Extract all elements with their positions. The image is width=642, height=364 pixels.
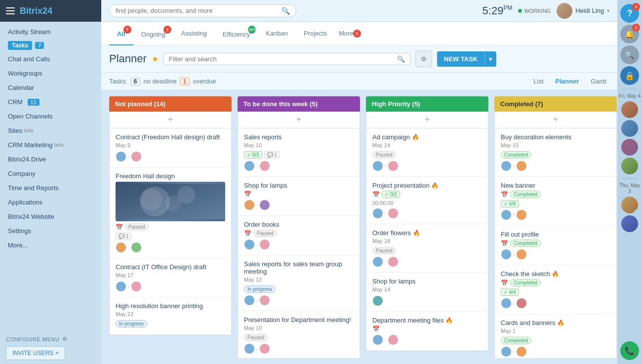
new-task-dropdown-button[interactable]: ▾: [484, 51, 496, 67]
table-row[interactable]: Sales reports May 10 ✓ 0/3 💬 1 ›: [238, 128, 360, 177]
configure-menu[interactable]: CONFIGURE MENU ⚙: [6, 336, 95, 342]
sidebar-footer: CONFIGURE MENU ⚙ INVITE USERS +: [0, 332, 101, 364]
card-date: May 22: [116, 311, 225, 317]
card-title: Freedom Hall design: [116, 172, 225, 180]
sidebar-item-sites[interactable]: Sites beta: [0, 123, 101, 138]
phone-button[interactable]: 📞: [620, 341, 639, 360]
sidebar-item-company[interactable]: Company: [0, 166, 101, 181]
table-row[interactable]: Ad campaign 🔥 May 14 Paused ›: [366, 128, 488, 177]
tab-ongoing[interactable]: Ongoing 2: [133, 22, 173, 45]
card-meta-msg: 💬 1: [116, 233, 225, 240]
search-button[interactable]: 🔍: [620, 45, 639, 64]
search-icon: 🔍: [281, 7, 290, 15]
table-row[interactable]: Contract (IT Office Design) draft May 17…: [110, 258, 231, 297]
contact-avatar-6[interactable]: [621, 215, 638, 232]
card-meta: Paused: [244, 334, 354, 341]
status-badge: Completed: [501, 337, 531, 344]
tasks-label[interactable]: Tasks: [8, 41, 32, 50]
sidebar-item-bitrix-website[interactable]: Bitrix24 Website: [0, 209, 101, 224]
contact-avatar-2[interactable]: [621, 120, 638, 137]
lock-button[interactable]: 🔒: [620, 66, 639, 85]
avatar: [501, 209, 512, 220]
hamburger-menu[interactable]: [6, 7, 15, 14]
sidebar-item-chat[interactable]: Chat and Calls: [0, 52, 101, 66]
table-row[interactable]: New banner 📅 Completed ✓ 6/6 ›: [495, 177, 616, 226]
table-row[interactable]: Freedom Hall design 📅: [110, 167, 231, 258]
sidebar-item-open-channels[interactable]: Open Channels: [0, 109, 101, 123]
new-task-button[interactable]: NEW TASK: [437, 51, 484, 67]
search-icon: 🔍: [625, 50, 635, 60]
add-card-high-priority[interactable]: +: [366, 112, 488, 128]
help-button[interactable]: ? 4: [620, 4, 639, 23]
main-content: 🔍 5:29PM WORKING Heidi Ling ▾ All 7 Ongo…: [101, 0, 617, 364]
card-title: New banner: [501, 182, 610, 189]
arrow-right-icon: ›: [513, 212, 515, 218]
table-row[interactable]: Presentation for Department meeting! May…: [238, 311, 360, 358]
sidebar-item-time-reports[interactable]: Time and Reports: [0, 181, 101, 195]
search-bar[interactable]: 🔍: [109, 4, 296, 17]
contact-avatar-1[interactable]: [621, 101, 638, 118]
sidebar-item-crm[interactable]: CRM 11: [0, 95, 101, 109]
filter-input[interactable]: [169, 55, 397, 63]
table-row[interactable]: Shop for lamps 📅 ›: [238, 177, 360, 216]
sidebar-item-crm-marketing[interactable]: CRM Marketing beta: [0, 138, 101, 152]
tab-assisting[interactable]: Assisting: [173, 22, 215, 45]
brand-logo: Bitrix24: [20, 6, 52, 16]
table-row[interactable]: Order books 📅 Paused ›: [238, 216, 360, 255]
table-row[interactable]: Department meeting files 🔥 📅 ›: [366, 312, 488, 351]
right-panel: ? 4 🔔 2 🔍 🔒 Fri, May 4 Thu, May 3 📞: [617, 0, 642, 364]
sidebar-item-applications[interactable]: Applications: [0, 195, 101, 209]
table-row[interactable]: Shop for lamps May 14: [366, 273, 488, 312]
sidebar-item-activity[interactable]: Activity Stream: [0, 25, 101, 39]
invite-users-button[interactable]: INVITE USERS +: [6, 346, 65, 360]
list-view-button[interactable]: List: [530, 77, 546, 86]
tab-more[interactable]: More ▾ 5: [339, 30, 359, 37]
arrow-right-icon: ›: [513, 349, 515, 355]
sidebar-item-calendar[interactable]: Calendar: [0, 81, 101, 95]
sidebar-item-more[interactable]: More...: [0, 238, 101, 252]
sidebar-item-drive[interactable]: Bitrix24.Drive: [0, 152, 101, 166]
gantt-view-button[interactable]: Gantt: [588, 77, 609, 86]
table-row[interactable]: Cards and banners 🔥 May 1 Completed ›: [495, 314, 616, 358]
msg-badge: 💬 1: [264, 151, 280, 159]
working-dot: [518, 9, 522, 13]
add-card-to-be-done[interactable]: +: [238, 112, 360, 128]
card-meta: 📅 Paused: [244, 230, 354, 237]
tab-all[interactable]: All 7: [109, 22, 133, 45]
card-date: May 12: [244, 277, 354, 283]
sidebar-item-workgroups[interactable]: Workgroups: [0, 66, 101, 81]
help-badge: 4: [632, 3, 640, 11]
card-date: May 10: [244, 142, 354, 148]
contact-avatar-5[interactable]: [621, 197, 638, 213]
sidebar-item-settings[interactable]: Settings: [0, 224, 101, 238]
user-info[interactable]: Heidi Ling ▾: [557, 3, 609, 19]
search-input[interactable]: [116, 7, 281, 14]
avatar: [116, 281, 126, 292]
avatar: [372, 161, 383, 171]
tab-efficiency[interactable]: Efficiency 100%: [215, 22, 258, 45]
table-row[interactable]: Contract (Freedom Hall design) draft May…: [110, 128, 231, 167]
table-row[interactable]: Project presentation 🔥 📅 ✓ 0/2 00:00:00 …: [366, 177, 488, 224]
add-card-completed[interactable]: +: [494, 112, 617, 128]
add-card-not-planned[interactable]: +: [109, 112, 232, 128]
contact-avatar-3[interactable]: [621, 139, 638, 156]
notification-button[interactable]: 🔔 2: [620, 25, 639, 43]
table-row[interactable]: Fill out profile 📅 Completed ›: [495, 226, 616, 265]
checklist-badge: ✓ 0/3: [244, 151, 262, 159]
table-row[interactable]: Buy decoration elements May 15 Completed…: [495, 128, 616, 177]
table-row[interactable]: High resolution banner printing May 22 I…: [110, 297, 231, 335]
filter-search[interactable]: 🔍: [163, 53, 410, 65]
card-avatars: ›: [501, 209, 610, 220]
tab-projects[interactable]: Projects: [296, 22, 335, 45]
table-row[interactable]: Check the sketch 🔥 📅 Completed ✓ 4/4 ›: [495, 265, 616, 314]
settings-button[interactable]: ⚙: [415, 50, 432, 67]
planner-view-button[interactable]: Planner: [553, 77, 582, 86]
table-row[interactable]: Order flowers 🔥 May 18 Paused ›: [366, 224, 488, 273]
star-icon[interactable]: ★: [152, 54, 159, 64]
plus-icon: +: [55, 350, 59, 357]
sidebar-header: Bitrix24: [0, 0, 101, 22]
status-badge: Paused: [125, 223, 149, 231]
table-row[interactable]: Sales reports for sales team group meeti…: [238, 255, 360, 311]
tab-kanban[interactable]: Kanban: [258, 22, 296, 45]
contact-avatar-4[interactable]: [621, 158, 638, 174]
